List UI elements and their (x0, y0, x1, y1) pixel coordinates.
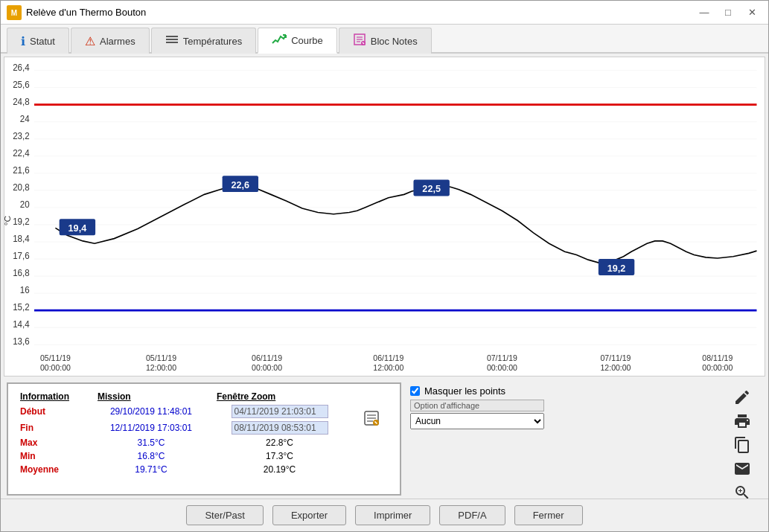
svg-text:19,4: 19,4 (68, 222, 87, 234)
ster-past-button[interactable]: Ster/Past (186, 505, 263, 525)
svg-text:05/11/19: 05/11/19 (146, 353, 176, 362)
window-controls: — □ ✕ (694, 4, 762, 21)
imprimer-button[interactable]: Imprimer (355, 505, 430, 525)
svg-text:21,6: 21,6 (13, 165, 30, 176)
exporter-button[interactable]: Exporter (272, 505, 346, 525)
svg-text:22,5: 22,5 (422, 183, 441, 194)
statut-icon: ℹ (21, 34, 25, 48)
svg-text:19,2: 19,2 (13, 217, 30, 227)
svg-text:23,2: 23,2 (13, 131, 30, 141)
svg-text:22,4: 22,4 (13, 148, 30, 158)
row-moyenne-label: Moyenne (14, 463, 92, 476)
svg-rect-4 (166, 42, 178, 43)
svg-rect-3 (166, 39, 178, 40)
window-title: Relève d'un Thermo Bouton (26, 7, 694, 18)
row-debut-label: Début (14, 403, 92, 420)
svg-text:07/11/19: 07/11/19 (487, 353, 517, 362)
edit-button[interactable] (728, 388, 756, 406)
svg-text:06/11/19: 06/11/19 (252, 353, 282, 362)
row-fin-label: Fin (14, 420, 92, 436)
row-fin-mission: 12/11/2019 17:03:01 (92, 420, 211, 436)
content-area: 26,4 25,6 24,8 24 23,2 22,4 21,6 20,8 20… (1, 54, 768, 531)
zoom-fin-input (211, 420, 348, 436)
col-mission: Mission (92, 390, 211, 403)
temperatures-icon (165, 34, 179, 48)
hide-points-label: Masquer les points (424, 385, 505, 397)
svg-text:16: 16 (20, 285, 30, 295)
chart-area: 26,4 25,6 24,8 24 23,2 22,4 21,6 20,8 20… (4, 57, 765, 376)
email-button[interactable] (728, 460, 756, 478)
svg-text:19,2: 19,2 (607, 262, 626, 273)
row-moyenne-mission: 19.71°C (92, 463, 211, 476)
svg-text:25,6: 25,6 (13, 79, 30, 89)
maximize-button[interactable]: □ (718, 4, 738, 21)
dropdown-label-text: Option d'affichage (410, 400, 544, 411)
svg-text:08/11/19: 08/11/19 (702, 353, 733, 362)
svg-text:24: 24 (20, 113, 30, 124)
svg-text:12:00:00: 12:00:00 (373, 363, 403, 372)
tab-temperatures[interactable]: Températures (151, 28, 256, 54)
courbe-icon (272, 33, 287, 48)
col-information: Information (14, 390, 92, 403)
title-bar: M Relève d'un Thermo Bouton — □ ✕ (1, 1, 768, 25)
svg-text:12:00:00: 12:00:00 (146, 363, 176, 372)
tabs-bar: ℹ Statut ⚠ Alarmes Températures (1, 25, 768, 54)
affichage-select[interactable]: Aucun (410, 413, 544, 429)
col-fenetre-zoom: Fenêtre Zoom (211, 390, 348, 403)
chart-svg: 26,4 25,6 24,8 24 23,2 22,4 21,6 20,8 20… (4, 57, 765, 376)
row-max-label: Max (14, 436, 92, 449)
copy-button[interactable] (728, 436, 756, 454)
svg-text:12:00:00: 12:00:00 (601, 363, 631, 372)
row-min-mission: 16.8°C (92, 449, 211, 463)
svg-rect-2 (166, 36, 178, 37)
tab-alarmes[interactable]: ⚠ Alarmes (71, 28, 150, 54)
pdf-a-button[interactable]: PDF/A (439, 505, 505, 525)
svg-text:26,4: 26,4 (13, 62, 30, 72)
checkbox-row: Masquer les points (410, 385, 713, 397)
alarmes-icon: ⚠ (85, 34, 95, 48)
svg-text:20,8: 20,8 (13, 182, 30, 193)
bloc-notes-icon (353, 33, 366, 48)
tab-bloc-notes-label: Bloc Notes (371, 36, 418, 47)
svg-text:13,6: 13,6 (13, 336, 30, 347)
svg-text:16,8: 16,8 (13, 268, 30, 278)
tab-courbe[interactable]: Courbe (258, 28, 337, 54)
tab-temperatures-label: Températures (183, 36, 242, 47)
svg-text:20: 20 (20, 199, 30, 210)
zoom-debut-field[interactable] (232, 405, 328, 418)
print-button[interactable] (728, 412, 756, 430)
right-controls: Masquer les points Option d'affichage Au… (407, 382, 716, 496)
footer-buttons: Ster/Past Exporter Imprimer PDF/A Fermer (1, 499, 768, 531)
tab-bloc-notes[interactable]: Bloc Notes (339, 28, 432, 54)
svg-text:°C: °C (4, 215, 13, 225)
svg-text:05/11/19: 05/11/19 (40, 353, 71, 362)
svg-text:00:00:00: 00:00:00 (252, 363, 282, 372)
zoom-debut-input (211, 403, 348, 420)
info-panel: Information Mission Fenêtre Zoom Début 2… (7, 382, 401, 496)
svg-text:07/11/19: 07/11/19 (601, 353, 631, 362)
svg-text:00:00:00: 00:00:00 (487, 363, 517, 372)
close-button[interactable]: ✕ (741, 4, 762, 21)
svg-text:22,6: 22,6 (232, 179, 250, 190)
fermer-button[interactable]: Fermer (514, 505, 583, 525)
tab-courbe-label: Courbe (291, 35, 323, 46)
row-min-zoom: 17.3°C (211, 449, 348, 463)
minimize-button[interactable]: — (694, 4, 715, 21)
svg-text:15,2: 15,2 (13, 302, 30, 313)
tab-statut[interactable]: ℹ Statut (7, 28, 69, 54)
svg-text:14,4: 14,4 (13, 319, 30, 330)
zoom-fin-field[interactable] (232, 421, 328, 435)
main-window: M Relève d'un Thermo Bouton — □ ✕ ℹ Stat… (0, 0, 769, 532)
tab-alarmes-label: Alarmes (100, 36, 135, 47)
svg-text:06/11/19: 06/11/19 (373, 353, 403, 362)
row-max-mission: 31.5°C (92, 436, 211, 449)
svg-text:00:00:00: 00:00:00 (40, 363, 71, 372)
info-table: Information Mission Fenêtre Zoom Début 2… (14, 390, 394, 476)
hide-points-checkbox[interactable] (410, 386, 420, 396)
app-icon: M (7, 5, 22, 20)
dropdown-section: Option d'affichage Aucun (410, 400, 713, 429)
tab-statut-label: Statut (30, 36, 55, 47)
row-debut-mission: 29/10/2019 11:48:01 (92, 403, 211, 420)
edit-zoom-button[interactable] (360, 408, 383, 432)
row-min-label: Min (14, 449, 92, 463)
